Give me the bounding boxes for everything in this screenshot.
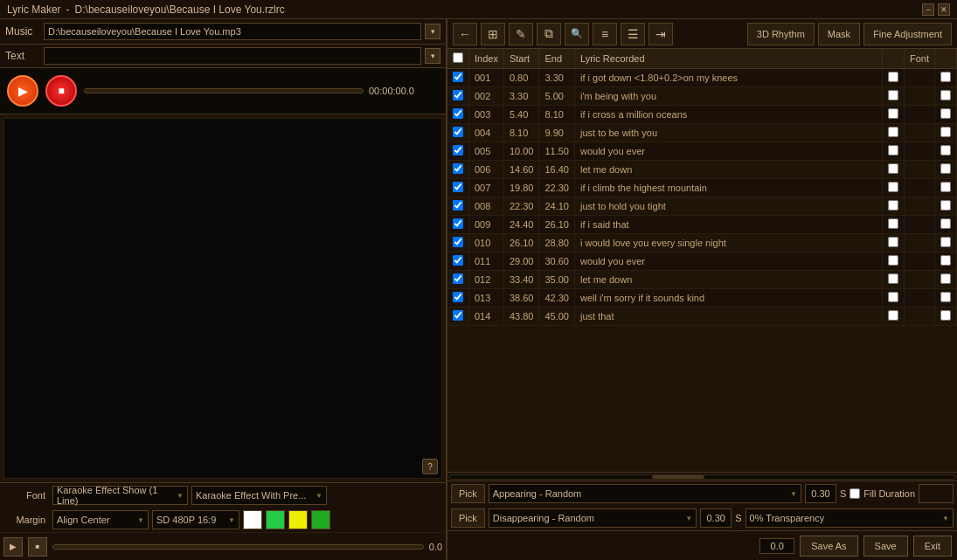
row-last-check-2[interactable] — [940, 108, 951, 119]
color-swatch-yellow[interactable] — [288, 510, 308, 529]
color-preview-1[interactable] — [919, 484, 954, 503]
appearing-effect-combo[interactable]: Appearing - Random ▼ — [489, 484, 801, 503]
row-checkbox-7[interactable] — [453, 200, 463, 211]
row-last-check-4[interactable] — [940, 145, 951, 156]
row-last-check-11[interactable] — [940, 273, 951, 284]
grid-button[interactable]: ⊞ — [481, 23, 505, 45]
exit-button[interactable]: Exit — [913, 536, 952, 557]
row-font-check-2[interactable] — [888, 108, 898, 119]
select-all-checkbox[interactable] — [453, 52, 463, 63]
row-last-check-12[interactable] — [940, 292, 951, 302]
copy-button[interactable]: ⧉ — [537, 23, 561, 45]
save-button[interactable]: Save — [863, 536, 908, 557]
row-last-check-8[interactable] — [940, 218, 951, 229]
row-last-check-5[interactable] — [940, 163, 951, 174]
row-checkbox-6[interactable] — [453, 182, 463, 192]
row-last-check-7[interactable] — [940, 200, 951, 211]
row-checkbox-cell[interactable] — [447, 142, 469, 161]
row-checkbox-10[interactable] — [453, 255, 463, 266]
row-checkbox-2[interactable] — [453, 108, 463, 119]
back-button[interactable]: ← — [453, 23, 477, 45]
row-font-check-5[interactable] — [888, 163, 898, 174]
row-last-check-9[interactable] — [940, 237, 951, 247]
row-checkbox-5[interactable] — [453, 163, 463, 174]
horizontal-scrollbar[interactable] — [447, 472, 957, 480]
text-input[interactable] — [44, 47, 421, 65]
row-font-check-6[interactable] — [888, 182, 898, 192]
row-checkbox-cell[interactable] — [447, 216, 469, 234]
row-checkbox-cell[interactable] — [447, 124, 469, 142]
row-checkbox-12[interactable] — [453, 292, 463, 302]
mask-button[interactable]: Mask — [818, 23, 860, 45]
row-last-check-10[interactable] — [940, 255, 951, 266]
mini-play-button[interactable]: ▶ — [3, 537, 23, 557]
color-swatch-darkgreen[interactable] — [311, 510, 330, 529]
progress-bar[interactable] — [84, 88, 364, 93]
pick-appearing-button[interactable]: Pick — [451, 484, 485, 503]
row-font-check-0[interactable] — [888, 72, 898, 82]
row-checkbox-cell[interactable] — [447, 289, 469, 308]
row-checkbox-cell[interactable] — [447, 252, 469, 271]
row-checkbox-9[interactable] — [453, 237, 463, 247]
save-as-button[interactable]: Save As — [800, 536, 857, 557]
row-checkbox-cell[interactable] — [447, 271, 469, 289]
row-checkbox-13[interactable] — [453, 310, 463, 321]
disappearing-effect-combo[interactable]: Disappearing - Random ▼ — [489, 508, 697, 528]
row-font-check-13[interactable] — [888, 310, 898, 321]
row-checkbox-11[interactable] — [453, 273, 463, 284]
edit-button[interactable]: ✎ — [509, 23, 533, 45]
mini-stop-button[interactable]: ■ — [28, 537, 47, 557]
fine-adjustment-button[interactable]: Fine Adjustment — [863, 23, 952, 45]
row-font-check-8[interactable] — [888, 218, 898, 229]
fill-duration-checkbox[interactable] — [850, 488, 860, 499]
row-checkbox-cell[interactable] — [447, 197, 469, 216]
row-checkbox-cell[interactable] — [447, 69, 469, 87]
music-path-input[interactable] — [44, 23, 421, 40]
play-button[interactable]: ▶ — [7, 75, 38, 107]
list-button[interactable]: ≡ — [593, 23, 617, 45]
music-browse-button[interactable]: ▾ — [425, 24, 440, 39]
resolution-combo[interactable]: SD 480P 16:9 ▼ — [152, 510, 239, 529]
text-browse-button[interactable]: ▾ — [425, 48, 440, 64]
row-last-check-6[interactable] — [940, 182, 951, 192]
row-checkbox-cell[interactable] — [447, 234, 469, 252]
stop-button[interactable]: ■ — [45, 75, 77, 107]
color-swatch-white[interactable] — [243, 510, 262, 529]
font-combo-1[interactable]: Karaoke Effect Show (1 Line) ▼ — [52, 486, 188, 505]
row-font-check-12[interactable] — [888, 292, 898, 302]
margin-combo[interactable]: Align Center ▼ — [52, 510, 149, 529]
row-font-check-1[interactable] — [888, 90, 898, 100]
row-checkbox-cell[interactable] — [447, 161, 469, 179]
row-checkbox-0[interactable] — [453, 72, 463, 82]
row-font-check-3[interactable] — [888, 127, 898, 137]
close-button[interactable]: ✕ — [938, 3, 950, 16]
row-checkbox-1[interactable] — [453, 90, 463, 100]
rhythm3d-button[interactable]: 3D Rhythm — [747, 23, 815, 45]
row-checkbox-3[interactable] — [453, 127, 463, 137]
row-font-check-9[interactable] — [888, 237, 898, 247]
row-checkbox-cell[interactable] — [447, 87, 469, 106]
pick-disappearing-button[interactable]: Pick — [451, 508, 485, 528]
row-font-check-11[interactable] — [888, 273, 898, 284]
row-font-check-4[interactable] — [888, 145, 898, 156]
row-font-check-7[interactable] — [888, 200, 898, 211]
minimize-button[interactable]: – — [922, 3, 934, 16]
row-last-check-0[interactable] — [940, 72, 951, 82]
color-swatch-green[interactable] — [266, 510, 285, 529]
disappearing-duration-input[interactable] — [700, 508, 732, 528]
search-button[interactable]: 🔍 — [565, 23, 589, 45]
row-last-check-1[interactable] — [940, 90, 951, 100]
seek-bar[interactable] — [52, 544, 424, 550]
row-checkbox-cell[interactable] — [447, 179, 469, 197]
font-combo-2[interactable]: Karaoke Effect With Pre... ▼ — [191, 486, 327, 505]
row-checkbox-cell[interactable] — [447, 308, 469, 326]
row-checkbox-cell[interactable] — [447, 106, 469, 124]
transparency-combo[interactable]: 0% Transparency ▼ — [745, 508, 954, 528]
row-font-check-10[interactable] — [888, 255, 898, 266]
row-checkbox-8[interactable] — [453, 218, 463, 229]
appearing-duration-input[interactable] — [805, 484, 836, 503]
list2-button[interactable]: ☰ — [621, 23, 645, 45]
row-last-check-13[interactable] — [940, 310, 951, 321]
export-button[interactable]: ⇥ — [648, 23, 673, 45]
row-checkbox-4[interactable] — [453, 145, 463, 156]
